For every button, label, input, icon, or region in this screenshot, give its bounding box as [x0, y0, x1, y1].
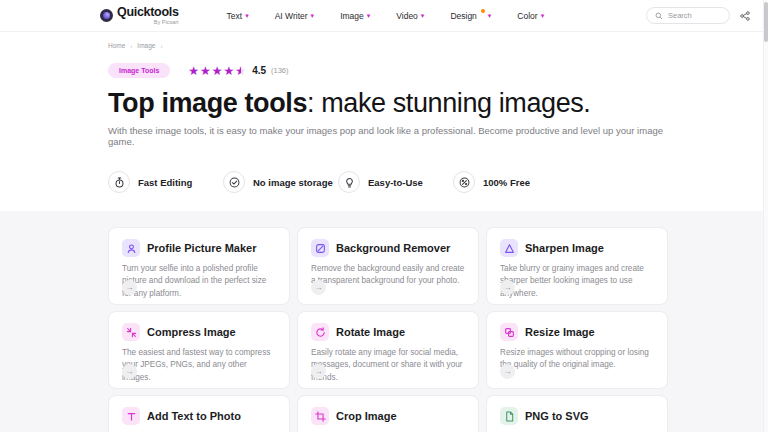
logo[interactable]: Quicktools By Picsart [100, 6, 179, 25]
tool-card-title: Background Remover [336, 242, 450, 254]
arrow-right-icon[interactable]: → [122, 364, 137, 379]
nav-item-ai-writer[interactable]: AI Writer▾ [275, 11, 314, 21]
tool-card-title: Crop Image [336, 410, 397, 422]
tool-card-add-text-to-photo[interactable]: Add Text to Photo Make your photo's pop … [108, 395, 290, 432]
tool-card-description: Easily rotate any image for social media… [311, 347, 465, 384]
bulb-icon [338, 171, 360, 193]
sharpen-icon [500, 239, 518, 257]
breadcrumb-separator: › [160, 43, 162, 49]
nav-item-video[interactable]: Video▾ [396, 11, 424, 21]
crop-icon [311, 407, 329, 425]
tool-card-description: Take blurry or grainy images and create … [500, 263, 654, 300]
brand-name: Quicktools [117, 6, 179, 19]
tool-card-background-remover[interactable]: Background Remover Remove the background… [297, 227, 479, 305]
search-box[interactable] [646, 7, 730, 24]
tools-section: Profile Picture Maker Turn your selfie i… [0, 211, 768, 432]
tool-card-sharpen-image[interactable]: Sharpen Image Take blurry or grainy imag… [486, 227, 668, 305]
tool-card-title: Add Text to Photo [147, 410, 241, 422]
new-feature-dot [481, 9, 485, 13]
page-title-rest: : make stunning images. [307, 88, 590, 118]
rating: ★★★★★★★★★★ 4.5 (136) [188, 65, 288, 77]
rating-value: 4.5 [252, 65, 266, 76]
profile-picture-icon [122, 239, 140, 257]
tool-card-title: Compress Image [147, 326, 236, 338]
nav-item-text[interactable]: Text▾ [227, 11, 249, 21]
arrow-right-icon[interactable]: → [311, 280, 326, 295]
tool-card-profile-picture-maker[interactable]: Profile Picture Maker Turn your selfie i… [108, 227, 290, 305]
scrollbar[interactable] [763, 0, 768, 432]
breadcrumb-separator: › [130, 43, 132, 49]
scrollbar-thumb[interactable] [764, 2, 768, 42]
quicktools-logo-icon [100, 9, 113, 22]
rotate-icon [311, 323, 329, 341]
compress-icon [122, 323, 140, 341]
tool-card-description: Turn your selfie into a polished profile… [122, 263, 276, 300]
share-icon[interactable] [740, 11, 750, 21]
nav-item-color[interactable]: Color▾ [517, 11, 544, 21]
search-input[interactable] [668, 11, 721, 20]
discount-icon [453, 171, 475, 193]
arrow-right-icon[interactable]: → [500, 364, 515, 379]
tool-card-title: Sharpen Image [525, 242, 604, 254]
png-to-svg-icon [500, 407, 518, 425]
feature-100-free: 100% Free [453, 171, 568, 193]
chevron-down-icon: ▾ [367, 12, 371, 19]
tool-card-title: Resize Image [525, 326, 595, 338]
main-nav: Text▾AI Writer▾Image▾Video▾Design▾Color▾ [227, 11, 545, 21]
arrow-right-icon[interactable]: → [122, 280, 137, 295]
feature-fast-editing: Fast Editing [108, 171, 223, 193]
arrow-right-icon[interactable]: → [311, 364, 326, 379]
arrow-right-icon[interactable]: → [500, 280, 515, 295]
tool-card-compress-image[interactable]: Compress Image The easiest and fastest w… [108, 311, 290, 389]
tool-card-description: Resize images without cropping or losing… [500, 347, 654, 372]
resize-icon [500, 323, 518, 341]
add-text-icon [122, 407, 140, 425]
stopwatch-icon [108, 171, 130, 193]
tool-card-crop-image[interactable]: Crop Image Is your image too big? Use ou… [297, 395, 479, 432]
rating-count: (136) [271, 66, 289, 75]
header: Quicktools By Picsart Text▾AI Writer▾Ima… [0, 0, 768, 32]
breadcrumb-item-home[interactable]: Home [108, 42, 125, 49]
feature-no-image-storage: No image storage [223, 171, 338, 193]
tools-grid: Profile Picture Maker Turn your selfie i… [108, 227, 668, 432]
chevron-down-icon: ▾ [245, 12, 249, 19]
tool-card-description: Remove the background easily and create … [311, 263, 465, 288]
tool-card-title: Profile Picture Maker [147, 242, 256, 254]
chevron-down-icon: ▾ [311, 12, 315, 19]
tool-card-description: The easiest and fastest way to compress … [122, 347, 276, 384]
tool-card-title: PNG to SVG [525, 410, 589, 422]
chevron-down-icon: ▾ [421, 12, 425, 19]
tool-card-png-to-svg[interactable]: PNG to SVG Convert your PNG images into … [486, 395, 668, 432]
feature-easy-to-use: Easy-to-Use [338, 171, 453, 193]
nav-item-image[interactable]: Image▾ [340, 11, 370, 21]
breadcrumb: Home›Image› [108, 42, 668, 49]
nav-item-design[interactable]: Design▾ [450, 11, 491, 21]
search-icon [655, 12, 663, 20]
hero-section: Home›Image› Image Tools ★★★★★★★★★★ 4.5 (… [0, 32, 768, 193]
page-subtitle: With these image tools, it is easy to ma… [108, 125, 668, 147]
chevron-down-icon: ▾ [541, 12, 545, 19]
page-title-bold: Top image tools [108, 88, 307, 118]
breadcrumb-item-image[interactable]: Image [137, 42, 155, 49]
feature-badges: Fast Editing No image storage Easy-to-Us… [108, 171, 668, 193]
background-remover-icon [311, 239, 329, 257]
page-title: Top image tools: make stunning images. [108, 88, 668, 119]
chevron-down-icon: ▾ [488, 12, 492, 19]
check-circle-icon [223, 171, 245, 193]
brand-subtitle: By Picsart [154, 20, 179, 26]
tool-card-rotate-image[interactable]: Rotate Image Easily rotate any image for… [297, 311, 479, 389]
star-rating-icon: ★★★★★★★★★★ [188, 65, 247, 77]
tool-card-resize-image[interactable]: Resize Image Resize images without cropp… [486, 311, 668, 389]
image-tools-badge: Image Tools [108, 63, 170, 78]
tool-card-title: Rotate Image [336, 326, 405, 338]
